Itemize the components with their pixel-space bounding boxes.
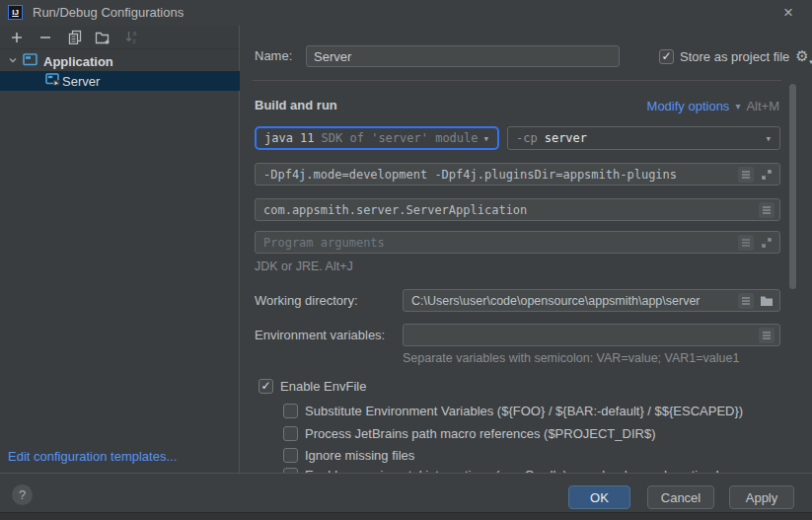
- substitute-env-variables-checkbox[interactable]: [283, 404, 298, 418]
- ignore-missing-files-row: Ignore missing files: [283, 446, 414, 464]
- add-configuration-icon[interactable]: [7, 29, 27, 46]
- vm-options-field[interactable]: -Dpf4j.mode=development -Dpf4j.pluginsDi…: [255, 163, 780, 186]
- classpath-module-combo[interactable]: -cp server ▾: [507, 126, 780, 150]
- name-label: Name:: [255, 44, 292, 67]
- modify-options-link[interactable]: Modify options: [647, 99, 730, 113]
- new-folder-icon[interactable]: [93, 29, 112, 46]
- program-arguments-placeholder: Program arguments: [263, 236, 385, 250]
- jre-hint: JDK or JRE. Alt+J: [255, 260, 353, 273]
- jre-value: java 11: [264, 131, 315, 145]
- copy-configuration-icon[interactable]: [64, 29, 84, 46]
- main-class-field[interactable]: com.appsmith.server.ServerApplication: [255, 198, 780, 221]
- process-path-macro-row: Process JetBrains path macro references …: [283, 424, 655, 442]
- substitute-env-variables-label: Substitute Environment Variables (${FOO}…: [305, 404, 743, 418]
- program-arguments-field[interactable]: Program arguments: [255, 231, 780, 254]
- edit-configuration-templates-link[interactable]: Edit configuration templates...: [8, 449, 177, 464]
- enable-envfile-row: ✓ Enable EnvFile: [258, 377, 366, 395]
- svg-text:z: z: [132, 37, 135, 44]
- sort-alphabetically-icon[interactable]: az: [121, 29, 141, 46]
- working-directory-value: C:\Users\user\code\opensource\appsmith\a…: [411, 294, 701, 308]
- svg-text:a: a: [132, 30, 136, 37]
- enable-envfile-checkbox[interactable]: ✓: [258, 379, 273, 394]
- remove-configuration-icon[interactable]: [36, 29, 55, 46]
- tree-item-label: Server: [62, 74, 100, 89]
- expand-field-icon[interactable]: [759, 167, 775, 183]
- modify-options-row: Modify options ▾ Alt+M: [612, 95, 779, 116]
- gear-icon[interactable]: ⚙▾: [795, 47, 808, 65]
- run-configuration-icon: [45, 73, 60, 89]
- enable-envfile-label: Enable EnvFile: [280, 379, 366, 394]
- dialog-title: Run/Debug Configurations: [33, 0, 184, 26]
- substitute-env-variables-row: Substitute Environment Variables (${FOO}…: [283, 402, 743, 419]
- insert-macros-icon[interactable]: [738, 167, 754, 183]
- apply-button[interactable]: Apply: [729, 485, 794, 509]
- store-as-project-file-label: Store as project file: [680, 49, 789, 64]
- cancel-button[interactable]: Cancel: [647, 485, 714, 509]
- intellij-logo-icon: IJ: [8, 5, 23, 20]
- browse-folder-icon[interactable]: [759, 293, 775, 309]
- dialog-footer: ? OK Cancel Apply: [0, 473, 812, 512]
- close-icon[interactable]: ×: [775, 0, 801, 26]
- ignore-missing-files-label: Ignore missing files: [305, 448, 414, 463]
- process-path-macro-label: Process JetBrains path macro references …: [305, 426, 655, 441]
- modify-options-shortcut: Alt+M: [746, 99, 779, 113]
- tree-item-server[interactable]: Server: [0, 71, 240, 91]
- name-input[interactable]: [306, 45, 620, 67]
- application-type-icon: [23, 53, 37, 69]
- insert-macros-icon[interactable]: [759, 202, 775, 218]
- ignore-missing-files-checkbox[interactable]: [283, 448, 298, 463]
- chevron-down-icon[interactable]: [7, 54, 19, 69]
- ok-button[interactable]: OK: [568, 485, 630, 509]
- cp-flag: -cp: [516, 131, 538, 145]
- main-class-value: com.appsmith.server.ServerApplication: [263, 203, 527, 217]
- tree-group-application[interactable]: Application: [0, 51, 240, 71]
- store-as-project-file-row: ✓ Store as project file ⚙▾: [659, 45, 809, 67]
- insert-macros-icon[interactable]: [759, 328, 775, 343]
- help-icon[interactable]: ?: [12, 484, 33, 505]
- jre-comment: SDK of 'server' module: [322, 131, 479, 145]
- run-debug-configurations-dialog: IJ Run/Debug Configurations × az: [0, 0, 812, 520]
- insert-macros-icon[interactable]: [738, 293, 754, 309]
- jre-selector-combo[interactable]: java 11 SDK of 'server' module ▾: [255, 126, 499, 150]
- dropdown-arrow-icon[interactable]: ▾: [482, 132, 489, 145]
- working-directory-field[interactable]: C:\Users\user\code\opensource\appsmith\a…: [403, 289, 780, 312]
- build-and-run-section-title: Build and run: [255, 95, 337, 116]
- background-window-strip: [0, 512, 812, 520]
- working-directory-label: Working directory:: [255, 289, 358, 312]
- chevron-down-icon[interactable]: ▾: [735, 101, 740, 111]
- environment-variables-label: Environment variables:: [255, 324, 385, 346]
- dropdown-arrow-icon[interactable]: ▾: [765, 132, 772, 145]
- section-divider: [253, 80, 781, 81]
- configurations-toolbar: az: [0, 26, 239, 49]
- tree-group-label: Application: [43, 54, 113, 69]
- environment-variables-field[interactable]: [403, 324, 780, 346]
- expand-field-icon[interactable]: [759, 235, 775, 251]
- store-as-project-file-checkbox[interactable]: ✓: [659, 49, 674, 64]
- vm-options-value: -Dpf4j.mode=development -Dpf4j.pluginsDi…: [263, 168, 677, 182]
- insert-macros-icon[interactable]: [738, 235, 754, 251]
- configurations-sidebar: az Application Server Edit configuration…: [0, 26, 240, 473]
- vertical-scrollbar[interactable]: [789, 84, 796, 289]
- process-path-macro-checkbox[interactable]: [283, 426, 298, 441]
- environment-variables-hint: Separate variables with semicolon: VAR=v…: [403, 351, 739, 365]
- dialog-titlebar: IJ Run/Debug Configurations ×: [0, 0, 812, 26]
- cp-module-value: server: [545, 131, 587, 145]
